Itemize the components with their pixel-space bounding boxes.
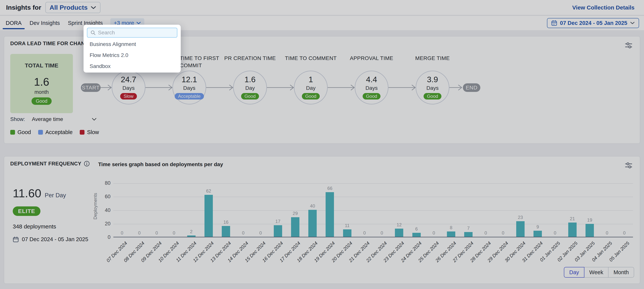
menu-item-list: Business AlignmentFlow Metrics 2.0Sandbo… (87, 39, 177, 72)
search-icon (90, 30, 96, 35)
menu-item[interactable]: Sandbox (87, 61, 177, 72)
search-input[interactable] (98, 30, 174, 36)
menu-item[interactable]: Flow Metrics 2.0 (87, 50, 177, 61)
more-tabs-menu: Business AlignmentFlow Metrics 2.0Sandbo… (84, 25, 181, 72)
insights-page: Insights for All Products View Collectio… (0, 0, 644, 289)
menu-search (87, 28, 177, 38)
menu-item[interactable]: Business Alignment (87, 39, 177, 50)
